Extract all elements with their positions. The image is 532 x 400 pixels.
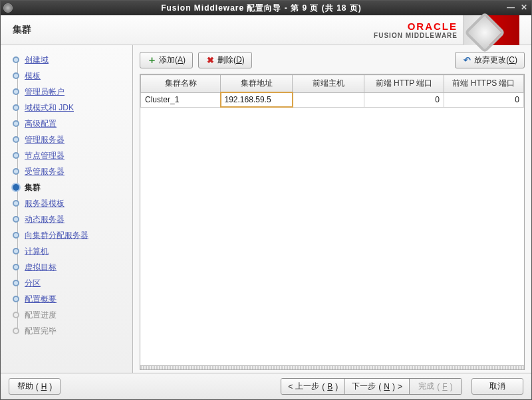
cell-0-4[interactable]: 0 xyxy=(444,92,524,107)
nav-item-3[interactable]: 域模式和 JDK xyxy=(13,100,132,116)
undo-icon: ↶ xyxy=(462,56,471,65)
nav-step-icon xyxy=(13,296,19,302)
nav-item-label: 服务器模板 xyxy=(25,198,65,209)
resize-handle[interactable] xyxy=(140,365,524,369)
col-header-1[interactable]: 集群地址 xyxy=(221,75,293,93)
nav-item-label: 向集群分配服务器 xyxy=(25,230,88,241)
nav-item-1[interactable]: 模板 xyxy=(13,68,132,84)
app-window: Fusion Middleware 配置向导 - 第 9 页 (共 18 页) … xyxy=(0,0,532,400)
app-icon xyxy=(3,3,13,13)
cell-0-0[interactable]: Cluster_1 xyxy=(141,92,221,107)
nav-item-4[interactable]: 高级配置 xyxy=(13,116,132,132)
nav-item-6[interactable]: 节点管理器 xyxy=(13,148,132,163)
nav-item-2[interactable]: 管理员帐户 xyxy=(13,84,132,100)
nav-item-label: 配置概要 xyxy=(25,294,57,305)
brand-logo: ORACLE FUSION MIDDLEWARE xyxy=(374,15,519,45)
nav-item-label: 分区 xyxy=(25,278,41,289)
nav-step-icon xyxy=(13,312,19,318)
discard-button[interactable]: ↶ 放弃更改(C) xyxy=(455,52,525,68)
col-header-0[interactable]: 集群名称 xyxy=(141,75,221,93)
add-button[interactable]: ＋ 添加(A) xyxy=(140,52,193,68)
nav-step-icon xyxy=(13,168,19,175)
nav-item-11[interactable]: 向集群分配服务器 xyxy=(13,227,132,243)
next-button[interactable]: 下一步(N) > xyxy=(345,379,410,394)
close-button[interactable]: ✕ xyxy=(519,3,529,13)
nav-step-icon xyxy=(13,184,19,191)
nav-item-15[interactable]: 配置概要 xyxy=(13,291,132,307)
nav-step-icon xyxy=(13,104,19,111)
page-title: 集群 xyxy=(13,24,374,36)
minimize-button[interactable]: — xyxy=(506,3,515,13)
nav-item-label: 高级配置 xyxy=(25,118,57,130)
cluster-table[interactable]: 集群名称集群地址前端主机前端 HTTP 端口前端 HTTPS 端口 Cluste… xyxy=(140,74,524,108)
nav-item-0[interactable]: 创建域 xyxy=(13,52,132,68)
nav-step-icon xyxy=(13,120,19,127)
nav-item-label: 虚拟目标 xyxy=(25,262,57,273)
nav-item-label: 受管服务器 xyxy=(25,166,65,177)
toolbar: ＋ 添加(A) ✖ 删除(D) ↶ 放弃更改(C) xyxy=(140,52,525,68)
add-button-label: 添加(A) xyxy=(159,54,186,66)
nav-item-label: 模板 xyxy=(25,70,41,82)
nav-step-icon xyxy=(13,72,19,79)
nav-step-icon xyxy=(13,248,19,254)
col-header-3[interactable]: 前端 HTTP 端口 xyxy=(364,75,444,93)
nav-item-13[interactable]: 虚拟目标 xyxy=(13,259,132,275)
nav-item-7[interactable]: 受管服务器 xyxy=(13,163,132,179)
nav-item-label: 集群 xyxy=(25,182,41,193)
nav-step-icon xyxy=(13,200,19,207)
nav-step-icon xyxy=(13,280,19,286)
plus-icon: ＋ xyxy=(147,56,156,65)
footer: 帮助(H) < 上一步(B) 下一步(N) > 完成(F) 取消 xyxy=(1,373,531,399)
nav-item-5[interactable]: 管理服务器 xyxy=(13,132,132,148)
nav-item-10[interactable]: 动态服务器 xyxy=(13,211,132,227)
nav-sidebar: 创建域模板管理员帐户域模式和 JDK高级配置管理服务器节点管理器受管服务器集群服… xyxy=(1,45,133,373)
nav-item-label: 管理服务器 xyxy=(25,134,65,146)
cell-0-1[interactable]: 192.168.59.5 xyxy=(221,92,293,107)
nav-step-icon xyxy=(13,136,19,143)
help-button[interactable]: 帮助(H) xyxy=(9,378,61,395)
nav-step-icon xyxy=(13,88,19,95)
table-row[interactable]: Cluster_1192.168.59.500 xyxy=(141,92,524,107)
brand-name: ORACLE xyxy=(374,21,458,32)
finish-button: 完成(F) xyxy=(410,379,462,394)
nav-step-icon xyxy=(13,232,19,239)
nav-item-label: 域模式和 JDK xyxy=(25,102,74,114)
nav-item-label: 节点管理器 xyxy=(25,150,65,161)
nav-item-label: 计算机 xyxy=(25,246,49,257)
delete-button-label: 删除(D) xyxy=(217,54,245,66)
discard-button-label: 放弃更改(C) xyxy=(474,54,517,66)
nav-step-icon xyxy=(13,328,19,334)
nav-item-label: 配置完毕 xyxy=(25,326,57,337)
col-header-4[interactable]: 前端 HTTPS 端口 xyxy=(444,75,524,93)
nav-step-icon xyxy=(13,264,19,270)
nav-step-icon xyxy=(13,152,19,159)
col-header-2[interactable]: 前端主机 xyxy=(293,75,364,93)
nav-item-17: 配置完毕 xyxy=(13,323,132,339)
nav-item-8[interactable]: 集群 xyxy=(13,179,132,195)
cluster-table-container[interactable]: 集群名称集群地址前端主机前端 HTTP 端口前端 HTTPS 端口 Cluste… xyxy=(140,74,525,370)
cancel-button[interactable]: 取消 xyxy=(471,378,523,395)
delete-button[interactable]: ✖ 删除(D) xyxy=(198,52,252,68)
nav-item-16: 配置进度 xyxy=(13,307,132,323)
main-panel: ＋ 添加(A) ✖ 删除(D) ↶ 放弃更改(C) 集群名称集群地址前端主机前端… xyxy=(133,45,531,373)
brand-subtitle: FUSION MIDDLEWARE xyxy=(374,32,458,39)
nav-step-icon xyxy=(13,216,19,223)
delete-icon: ✖ xyxy=(205,56,215,65)
titlebar[interactable]: Fusion Middleware 配置向导 - 第 9 页 (共 18 页) … xyxy=(1,1,531,15)
nav-item-label: 创建域 xyxy=(25,54,49,66)
nav-item-label: 配置进度 xyxy=(25,310,57,321)
header: 集群 ORACLE FUSION MIDDLEWARE xyxy=(1,15,531,45)
window-title: Fusion Middleware 配置向导 - 第 9 页 (共 18 页) xyxy=(17,3,506,14)
back-button[interactable]: < 上一步(B) xyxy=(281,379,345,394)
cell-0-3[interactable]: 0 xyxy=(364,92,444,107)
brand-graphic xyxy=(463,15,519,45)
nav-item-label: 管理员帐户 xyxy=(25,86,65,98)
nav-step-icon xyxy=(13,56,19,63)
nav-item-label: 动态服务器 xyxy=(25,214,65,225)
nav-item-14[interactable]: 分区 xyxy=(13,275,132,291)
nav-button-group: < 上一步(B) 下一步(N) > 完成(F) xyxy=(281,378,462,395)
nav-item-12[interactable]: 计算机 xyxy=(13,243,132,259)
nav-item-9[interactable]: 服务器模板 xyxy=(13,195,132,211)
cell-0-2[interactable] xyxy=(293,92,364,107)
